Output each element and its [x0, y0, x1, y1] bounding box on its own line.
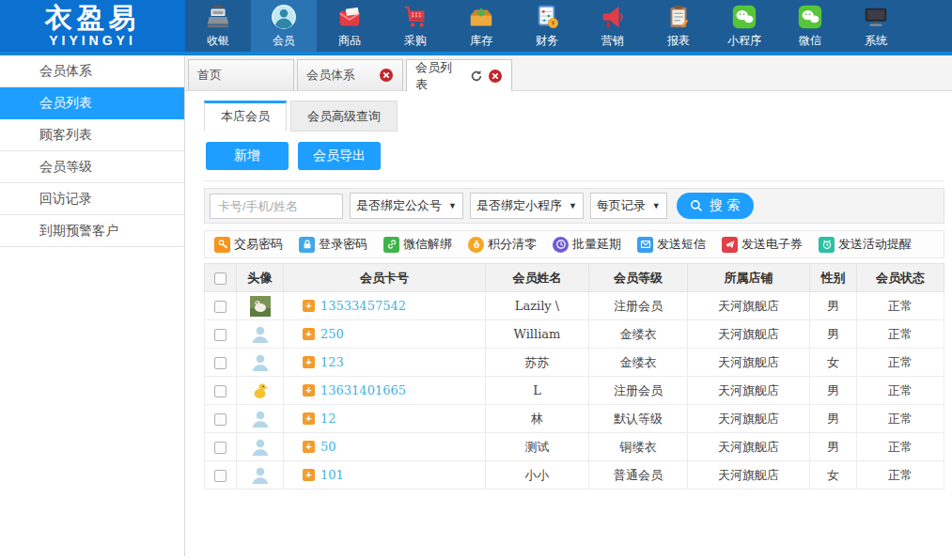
- action-login-password[interactable]: 登录密码: [299, 236, 367, 253]
- member-card-link[interactable]: 101: [320, 468, 344, 482]
- search-button[interactable]: 搜 索: [677, 193, 754, 219]
- action-label: 微信解绑: [403, 236, 452, 253]
- nav-item-wechat[interactable]: 微信: [777, 0, 843, 52]
- page-size-select[interactable]: 每页记录 ▼: [590, 193, 667, 219]
- action-batch-extend[interactable]: 批量延期: [553, 236, 621, 253]
- header-level: 会员等级: [589, 264, 688, 292]
- header-store: 所属店铺: [688, 264, 810, 292]
- sidebar-item-visit-records[interactable]: 回访记录: [0, 183, 184, 215]
- member-card-link[interactable]: 50: [320, 440, 336, 454]
- action-toolbar: 交易密码 登录密码 微信解绑 ¥ 积分清零: [204, 230, 944, 258]
- system-monitor-icon: [862, 3, 890, 31]
- gender-cell: 男: [810, 292, 857, 320]
- app-window: 衣盈易 YIYINGYI 收银 会员 商品 采购 库存: [0, 0, 952, 560]
- tab-home[interactable]: 首页: [188, 59, 294, 90]
- nav-item-system[interactable]: 系统: [843, 0, 909, 52]
- row-checkbox[interactable]: [214, 329, 226, 341]
- official-account-select[interactable]: 是否绑定公众号 ▼: [350, 193, 463, 219]
- miniprogram-select[interactable]: 是否绑定小程序 ▼: [470, 193, 584, 219]
- close-icon[interactable]: [379, 68, 394, 83]
- row-checkbox[interactable]: [214, 442, 226, 454]
- action-send-activity-reminder[interactable]: 发送活动提醒: [819, 236, 912, 253]
- action-send-ecoupon[interactable]: 发送电子券: [722, 236, 803, 253]
- select-value: 每页记录: [597, 197, 646, 214]
- sidebar-item-member-system[interactable]: 会员体系: [0, 55, 184, 87]
- row-checkbox-cell: [205, 349, 237, 377]
- card-cell: +50: [284, 433, 486, 461]
- nav-item-miniprogram[interactable]: 小程序: [711, 0, 777, 52]
- nav-item-goods[interactable]: 商品: [317, 0, 382, 52]
- alarm-icon: [819, 237, 835, 253]
- member-card-link[interactable]: 13631401665: [320, 383, 406, 397]
- sidebar-item-expiry-warning[interactable]: 到期预警客户: [0, 215, 184, 247]
- nav-item-finance[interactable]: ¥ 财务: [514, 0, 580, 52]
- name-cell: 林: [486, 405, 589, 433]
- action-send-sms[interactable]: 发送短信: [637, 236, 706, 253]
- name-cell: L: [486, 377, 589, 405]
- action-trade-password[interactable]: 交易密码: [214, 236, 283, 253]
- top-header: 衣盈易 YIYINGYI 收银 会员 商品 采购 库存: [0, 0, 952, 55]
- close-icon[interactable]: [488, 69, 503, 84]
- member-avatar: [250, 324, 271, 345]
- subtab-store-members[interactable]: 本店会员: [204, 101, 287, 132]
- expand-plus-icon[interactable]: +: [303, 412, 315, 425]
- sidebar-item-member-level[interactable]: 会员等级: [0, 151, 184, 183]
- members-table: 头像 会员卡号 会员姓名 会员等级 所属店铺 性别 会员状态 +13533457…: [204, 263, 944, 490]
- card-cell: +101: [284, 461, 486, 490]
- select-all-checkbox[interactable]: [214, 272, 226, 285]
- sidebar-item-customer-list[interactable]: 顾客列表: [0, 119, 184, 151]
- nav-item-inventory[interactable]: 库存: [448, 0, 514, 52]
- expand-plus-icon[interactable]: +: [303, 441, 315, 453]
- expand-plus-icon[interactable]: +: [303, 469, 315, 481]
- avatar-cell: [237, 292, 284, 320]
- row-checkbox[interactable]: [214, 301, 226, 313]
- nav-item-member[interactable]: 会员: [251, 0, 317, 52]
- select-value: 是否绑定公众号: [356, 197, 442, 214]
- level-cell: 金缕衣: [589, 349, 688, 377]
- row-checkbox[interactable]: [214, 413, 226, 426]
- level-cell: 铜缕衣: [589, 433, 688, 461]
- nav-item-report[interactable]: 报表: [646, 0, 711, 52]
- export-members-button[interactable]: 会员导出: [298, 142, 381, 170]
- member-card-link[interactable]: 13533457542: [320, 299, 406, 313]
- expand-plus-icon[interactable]: +: [303, 384, 315, 397]
- action-label: 交易密码: [234, 236, 283, 253]
- action-wechat-unbind[interactable]: 微信解绑: [383, 236, 452, 253]
- member-card-link[interactable]: 12: [320, 412, 336, 426]
- gender-cell: 男: [810, 320, 857, 349]
- member-avatar: [250, 409, 271, 429]
- name-cell: 测试: [486, 433, 589, 461]
- gender-cell: 男: [810, 433, 857, 461]
- member-row: +13533457542 Lazily \ 注册会员 天河旗舰店 男 正常: [205, 292, 944, 320]
- search-input[interactable]: [210, 194, 343, 219]
- add-member-button[interactable]: 新增: [206, 142, 289, 170]
- nav-item-marketing[interactable]: 营销: [580, 0, 646, 52]
- row-checkbox[interactable]: [214, 385, 226, 397]
- member-card-link[interactable]: 123: [320, 355, 344, 369]
- expand-plus-icon[interactable]: +: [303, 300, 315, 312]
- name-cell: 苏苏: [486, 349, 589, 377]
- row-checkbox[interactable]: [214, 470, 226, 482]
- sidebar-item-member-list[interactable]: 会员列表: [0, 87, 184, 119]
- nav-label: 小程序: [727, 33, 761, 49]
- row-checkbox-cell: [205, 405, 237, 433]
- row-checkbox[interactable]: [214, 357, 226, 369]
- filter-bar: 是否绑定公众号 ▼ 是否绑定小程序 ▼ 每页记录 ▼ 搜 索: [204, 188, 944, 224]
- cash-register-icon: [204, 3, 232, 31]
- nav-item-purchase[interactable]: 采购: [382, 0, 448, 52]
- nav-label: 商品: [338, 33, 361, 49]
- member-card-link[interactable]: 250: [320, 327, 344, 341]
- expand-plus-icon[interactable]: +: [303, 328, 315, 340]
- select-value: 是否绑定小程序: [476, 197, 562, 214]
- sidebar: 会员体系 会员列表 顾客列表 会员等级 回访记录 到期预警客户: [0, 55, 185, 556]
- refresh-icon[interactable]: [470, 70, 483, 83]
- subtab-advanced-query[interactable]: 会员高级查询: [290, 101, 398, 132]
- action-label: 积分清零: [488, 236, 537, 253]
- store-cell: 天河旗舰店: [688, 377, 810, 405]
- tab-member-list[interactable]: 会员列表: [406, 59, 512, 91]
- action-points-reset[interactable]: ¥ 积分清零: [468, 236, 537, 253]
- expand-plus-icon[interactable]: +: [303, 356, 315, 368]
- tab-member-system[interactable]: 会员体系: [297, 59, 403, 90]
- status-cell: 正常: [857, 433, 944, 461]
- nav-item-cashier[interactable]: 收银: [185, 0, 251, 52]
